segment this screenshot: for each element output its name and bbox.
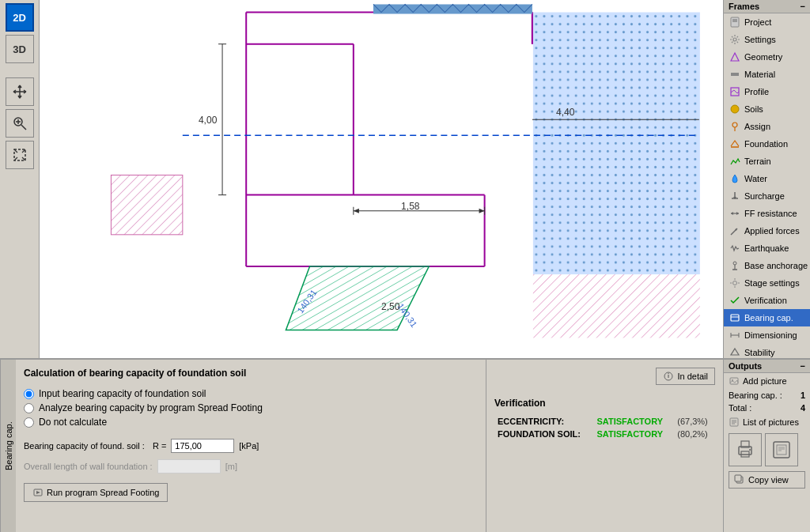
fit-tool[interactable]	[6, 141, 34, 169]
dimensioning-label: Dimensioning	[744, 330, 797, 340]
assign-label: Assign	[744, 122, 770, 131]
ff-resistance-icon	[729, 207, 741, 220]
radio-analyze-bearing[interactable]: Analyze bearing capacity by program Spre…	[24, 402, 478, 413]
sidebar-item-terrain[interactable]: Terrain	[724, 153, 810, 170]
sidebar-item-settings[interactable]: Settings	[724, 31, 810, 48]
add-picture-icon	[729, 375, 740, 387]
print-preview-icon	[770, 439, 793, 461]
radio-input-bearing-text: Input bearing capacity of foundation soi…	[39, 388, 206, 399]
sidebar-item-earthquake[interactable]: Earthquake	[724, 240, 810, 257]
settings-label: Settings	[744, 35, 776, 44]
in-detail-btn[interactable]: In detail	[656, 368, 715, 385]
sidebar-item-dimensioning[interactable]: Dimensioning	[724, 326, 810, 344]
sidebar-item-material[interactable]: Material	[724, 66, 810, 83]
sidebar-item-stage-settings[interactable]: Stage settings	[724, 274, 810, 292]
radio-input-bearing[interactable]: Input bearing capacity of foundation soi…	[24, 388, 478, 399]
sidebar-item-ff-resistance[interactable]: FF resistance	[724, 205, 810, 222]
soils-icon	[729, 103, 741, 115]
length-value-input[interactable]	[157, 459, 221, 474]
radio-do-not-calculate[interactable]: Do not calculate	[24, 417, 478, 428]
bearing-cap-label: Bearing cap.	[744, 313, 793, 323]
profile-icon	[729, 85, 741, 98]
svg-marker-63	[36, 491, 40, 494]
sidebar-item-foundation[interactable]: Foundation	[724, 135, 810, 153]
bottom-panel: Bearing cap. Calculation of bearing capa…	[0, 358, 810, 532]
sidebar-item-project[interactable]: Project	[724, 13, 810, 31]
sidebar-item-verification[interactable]: Verification	[724, 292, 810, 309]
radio-group: Input bearing capacity of foundation soi…	[24, 388, 478, 428]
list-pictures-item[interactable]: List of pictures	[724, 414, 810, 430]
soils-label: Soils	[744, 104, 763, 114]
sidebar-item-assign[interactable]: Assign	[724, 118, 810, 135]
foundation-soil-value: (80,2%)	[674, 428, 715, 440]
earthquake-icon	[729, 242, 741, 255]
sidebar-item-stability[interactable]: Stability	[724, 344, 810, 358]
water-icon	[729, 172, 741, 185]
radio-analyze-bearing-control[interactable]	[24, 403, 34, 413]
svg-point-39	[733, 38, 736, 41]
svg-line-1	[21, 125, 26, 130]
surcharge-icon	[729, 190, 741, 202]
dim-400-label: 4,00	[199, 115, 218, 126]
verification-label: Verification	[744, 296, 787, 305]
3d-button[interactable]: 3D	[6, 35, 34, 63]
sidebar-item-bearing-cap[interactable]: Bearing cap.	[724, 309, 810, 326]
stage-settings-label: Stage settings	[744, 278, 800, 288]
run-icon	[32, 487, 44, 498]
stability-label: Stability	[744, 348, 775, 357]
svg-marker-49	[731, 212, 733, 215]
move-tool[interactable]	[6, 77, 34, 106]
verification-row-foundation-soil: FOUNDATION SOIL: SATISFACTORY (80,2%)	[494, 428, 715, 440]
terrain-label: Terrain	[744, 157, 771, 166]
frames-header: Frames −	[724, 0, 810, 13]
terrain-icon	[729, 155, 741, 168]
sidebar-item-profile[interactable]: Profile	[724, 83, 810, 100]
run-spread-footing-btn[interactable]: Run program Spread Footing	[24, 483, 168, 502]
sidebar-item-soils[interactable]: Soils	[724, 100, 810, 118]
add-picture-label: Add picture	[743, 376, 787, 386]
svg-point-56	[733, 281, 737, 285]
canvas-area: 4,00 4,40 1,58 140,31 140,31 2,50	[40, 0, 723, 358]
foundation-label: Foundation	[744, 139, 788, 149]
r-value-input[interactable]	[171, 439, 234, 453]
verification-panel: In detail Verification ECCENTRICITY: SAT…	[486, 360, 723, 532]
copy-view-btn[interactable]: Copy view	[729, 471, 805, 489]
bearing-cap-stat-label: Bearing cap. :	[729, 391, 782, 400]
profile-label: Profile	[744, 87, 769, 96]
print-btn-1[interactable]	[729, 433, 762, 466]
settings-icon	[729, 33, 741, 46]
ff-resistance-label: FF resistance	[744, 209, 797, 218]
add-picture-item[interactable]: Add picture	[724, 373, 810, 389]
outputs-header: Outputs −	[724, 360, 810, 373]
stage-settings-icon	[729, 277, 741, 289]
dim-158-label: 1,58	[401, 201, 420, 212]
sidebar-item-applied-forces[interactable]: Applied forces	[724, 222, 810, 240]
svg-rect-24	[533, 274, 700, 338]
outputs-collapse[interactable]: −	[801, 361, 805, 371]
project-label: Project	[744, 17, 771, 27]
bottom-title: Calculation of bearing capacity of found…	[24, 368, 478, 379]
radio-input-bearing-control[interactable]	[24, 389, 34, 399]
eccentricity-label: ECCENTRICITY:	[494, 415, 594, 428]
geometry-icon	[729, 51, 741, 63]
sidebar-item-base-anchorage[interactable]: Base anchorage	[724, 257, 810, 274]
sidebar-item-geometry[interactable]: Geometry	[724, 48, 810, 66]
geometry-label: Geometry	[744, 52, 782, 62]
base-anchorage-label: Base anchorage	[744, 261, 808, 270]
zoom-tool[interactable]	[6, 109, 34, 138]
bottom-tab-label: Bearing cap.	[0, 360, 16, 532]
frames-collapse[interactable]: −	[801, 2, 805, 11]
r-unit: [kPa]	[239, 441, 259, 451]
eccentricity-status: SATISFACTORY	[594, 415, 675, 428]
print-btn-2[interactable]	[765, 433, 798, 466]
svg-marker-50	[736, 212, 739, 215]
print-area	[724, 430, 810, 470]
radio-analyze-bearing-text: Analyze bearing capacity by program Spre…	[39, 402, 263, 413]
dimensioning-icon	[729, 329, 741, 341]
sidebar-item-water[interactable]: Water	[724, 170, 810, 187]
r-label: R =	[153, 441, 166, 451]
sidebar-item-surcharge[interactable]: Surcharge	[724, 187, 810, 205]
2d-button[interactable]: 2D	[6, 3, 34, 32]
radio-do-not-calculate-control[interactable]	[24, 417, 34, 428]
frames-label: Frames	[729, 2, 759, 11]
